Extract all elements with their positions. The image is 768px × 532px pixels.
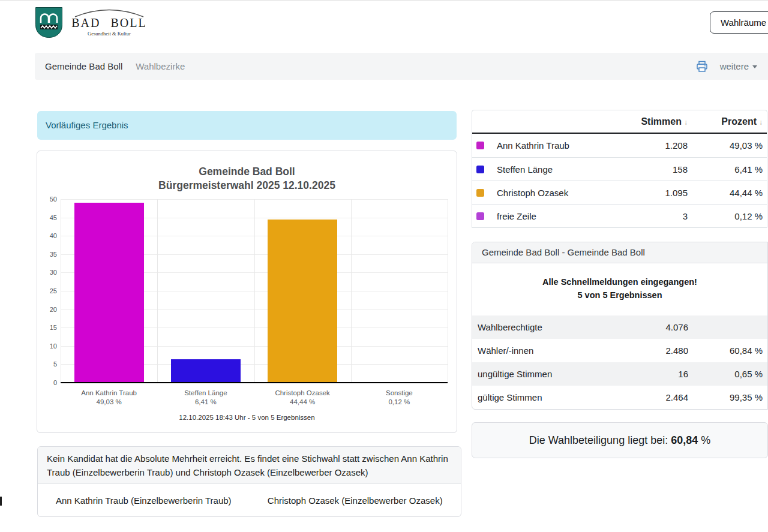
table-row: Christoph Ozasek1.09544,44 % xyxy=(472,181,767,204)
stimmen-value: 1.208 xyxy=(622,140,688,151)
district-row-percent: 60,84 % xyxy=(688,345,767,356)
chevron-down-icon xyxy=(752,65,757,68)
runoff-card: Kein Kandidat hat die Absolute Mehrheit … xyxy=(37,446,461,517)
stimmen-value: 158 xyxy=(622,164,688,175)
color-swatch xyxy=(476,189,484,197)
prozent-value: 44,44 % xyxy=(688,188,767,198)
sort-down-icon: ↓ xyxy=(759,118,763,127)
x-axis-label: Christoph Ozasek44,44 % xyxy=(254,389,351,407)
logo-arc-icon xyxy=(73,8,146,17)
y-tick-label: 45 xyxy=(37,214,57,221)
runoff-candidates: Ann Kathrin Traub (Einzelbewerberin Trau… xyxy=(38,484,461,517)
y-tick-label: 20 xyxy=(37,306,57,313)
gridline xyxy=(351,199,352,383)
prozent-value: 6,41 % xyxy=(688,164,767,175)
y-tick-label: 0 xyxy=(37,379,57,386)
district-row: Wahlberechtigte4.076 xyxy=(472,315,767,339)
logo-title: BAD BOLL xyxy=(70,16,148,30)
y-tick-label: 25 xyxy=(37,287,57,294)
chart-card: Gemeinde Bad Boll Bürgermeisterwahl 2025… xyxy=(37,151,457,433)
chart-plot-area xyxy=(61,199,448,383)
status-line2: 5 von 5 Ergebnissen xyxy=(472,288,767,302)
y-tick-label: 15 xyxy=(37,324,57,331)
nav-item-wahlbezirke[interactable]: Wahlbezirke xyxy=(136,61,185,71)
candidate-name: freie Zeile xyxy=(497,211,622,221)
logo-subtitle: Gesundheit & Kultur xyxy=(70,31,148,37)
color-swatch xyxy=(476,166,484,173)
y-tick-label: 10 xyxy=(37,342,57,350)
district-row-label: Wahlberechtigte xyxy=(472,322,616,332)
weitere-label: weitere xyxy=(720,61,749,71)
turnout-value: 60,84 xyxy=(671,434,698,446)
district-row: gültige Stimmen2.46499,35 % xyxy=(472,386,767,409)
candidate-name: Christoph Ozasek xyxy=(497,188,622,198)
nav-right: weitere xyxy=(696,61,757,73)
district-row-label: Wähler/-innen xyxy=(472,345,616,356)
district-row-value: 4.076 xyxy=(616,322,688,332)
district-row-value: 2.464 xyxy=(616,392,688,402)
y-tick-label: 35 xyxy=(37,251,57,258)
chart-x-axis-line xyxy=(61,382,448,383)
stimmen-value: 1.095 xyxy=(622,188,688,198)
results-table-header: Stimmen↓ Prozent↓ xyxy=(472,110,767,134)
y-tick-label: 30 xyxy=(37,269,57,276)
weitere-dropdown[interactable]: weitere xyxy=(720,61,757,71)
turnout-prefix: Die Wahlbeteiligung liegt bei: xyxy=(529,434,671,446)
district-row-value: 16 xyxy=(616,369,688,379)
bad-boll-logo: BAD BOLL Gesundheit & Kultur xyxy=(35,7,148,38)
prozent-value: 49,03 % xyxy=(688,140,767,151)
district-row-label: ungültige Stimmen xyxy=(472,369,616,379)
banner-label: Vorläufiges Ergebnis xyxy=(46,120,128,130)
y-tick-label: 5 xyxy=(37,360,57,368)
runoff-notice: Kein Kandidat hat die Absolute Mehrheit … xyxy=(38,447,461,484)
category-name: Ann Kathrin Traub xyxy=(61,389,157,398)
prozent-value: 0,12 % xyxy=(688,211,767,221)
stimmen-value: 3 xyxy=(622,211,688,221)
chart-title-line2: Bürgermeisterwahl 2025 12.10.2025 xyxy=(37,179,457,193)
header-prozent[interactable]: Prozent↓ xyxy=(688,116,767,127)
color-swatch xyxy=(476,142,484,149)
table-row: freie Zeile30,12 % xyxy=(472,204,767,227)
district-row-percent: 0,65 % xyxy=(688,369,767,379)
nav-item-gemeinde-bad-boll[interactable]: Gemeinde Bad Boll xyxy=(45,61,122,71)
chart-footer-timestamp: 12.10.2025 18:43 Uhr - 5 von 5 Ergebniss… xyxy=(37,414,457,421)
status-line1: Alle Schnellmeldungen eingegangen! xyxy=(472,275,767,288)
district-panel-title: Gemeinde Bad Boll - Gemeinde Bad Boll xyxy=(472,242,767,263)
turnout-box: Die Wahlbeteiligung liegt bei: 60,84 % xyxy=(472,422,768,458)
category-name: Christoph Ozasek xyxy=(254,389,351,398)
runoff-candidate: Ann Kathrin Traub (Einzelbewerberin Trau… xyxy=(38,495,250,506)
district-panel: Gemeinde Bad Boll - Gemeinde Bad Boll Al… xyxy=(472,242,768,410)
district-row-label: gültige Stimmen xyxy=(472,392,616,402)
navbar: Gemeinde Bad Boll Wahlbezirke weitere xyxy=(35,53,768,80)
gridline xyxy=(157,199,158,383)
district-row-percent: 99,35 % xyxy=(688,392,767,402)
candidate-name: Ann Kathrin Traub xyxy=(497,140,622,151)
color-swatch xyxy=(476,212,484,220)
category-percent: 44,44 % xyxy=(254,398,351,407)
chart-title-line1: Gemeinde Bad Boll xyxy=(37,165,457,179)
turnout-suffix: % xyxy=(698,434,710,446)
district-row: Wähler/-innen2.48060,84 % xyxy=(472,339,767,362)
candidate-name: Steffen Länge xyxy=(497,164,622,175)
page: BAD BOLL Gesundheit & Kultur Wahlräume G… xyxy=(0,0,768,532)
category-percent: 0,12 % xyxy=(351,398,448,407)
x-axis-label: Ann Kathrin Traub49,03 % xyxy=(61,389,157,407)
x-axis-label: Sonstige0,12 % xyxy=(351,389,448,407)
results-table: Stimmen↓ Prozent↓ Ann Kathrin Traub1.208… xyxy=(472,110,767,228)
category-percent: 49,03 % xyxy=(61,398,157,407)
gridline xyxy=(448,199,448,383)
table-row: Ann Kathrin Traub1.20849,03 % xyxy=(472,134,767,157)
chart-bar xyxy=(74,203,144,383)
gridline xyxy=(61,199,61,383)
category-name: Sonstige xyxy=(351,389,448,398)
edge-artifact xyxy=(0,497,2,506)
category-percent: 6,41 % xyxy=(157,398,254,407)
wahlraeume-button[interactable]: Wahlräume xyxy=(710,11,768,34)
gridline xyxy=(254,199,255,383)
bad-boll-crest-icon xyxy=(35,7,63,38)
chart-bar xyxy=(268,220,337,383)
print-icon[interactable] xyxy=(696,61,708,73)
header-stimmen[interactable]: Stimmen↓ xyxy=(622,116,688,127)
preliminary-result-banner: Vorläufiges Ergebnis xyxy=(37,111,457,140)
y-tick-label: 40 xyxy=(37,232,57,239)
